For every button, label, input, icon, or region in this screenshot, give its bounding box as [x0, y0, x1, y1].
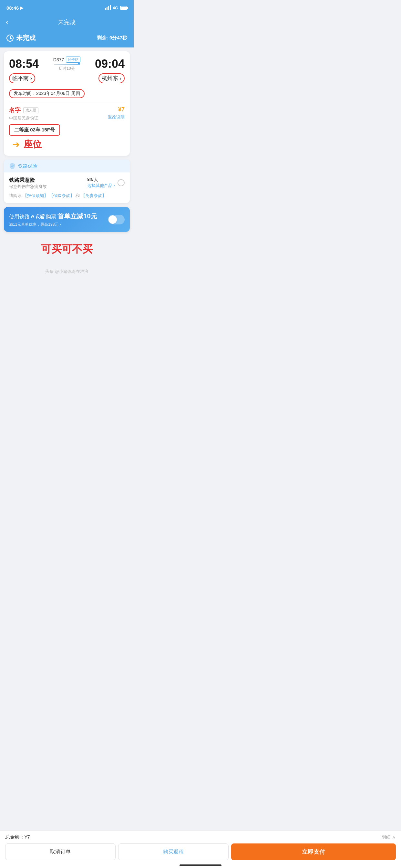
svg-rect-0	[105, 8, 106, 10]
battery-icon	[120, 6, 127, 10]
main-content: 08:54 D377 经停站 历时10分 09:04 临平南 ›	[0, 48, 134, 311]
status-header: 未完成 剩余: 9分47秒	[0, 30, 134, 48]
insurance-price-row: ¥3/人 选择其他产品 ›	[87, 177, 125, 189]
insurance-terms: 请阅读 【投保须知】 【保险条款】 和 【免责条款】	[9, 193, 125, 198]
ecard-banner: 使用铁路 e卡通 购票 首单立减10元 满11元单单优惠，最高198元 ›	[4, 207, 130, 232]
route-arrow	[54, 64, 80, 65]
shield-icon	[9, 163, 16, 169]
countdown: 剩余: 9分47秒	[97, 35, 127, 41]
passenger-price: ¥7 退改说明	[108, 106, 125, 120]
passenger-info: 名字 成人票 中国居民身份证 二等座 02车 15F号	[9, 106, 108, 135]
watermark: 头条 @小猪佩奇在冲浪	[4, 266, 130, 307]
back-button[interactable]: ‹	[6, 18, 8, 27]
insurance-product: 铁路乘意险 保意外伤害急病身故	[9, 177, 47, 190]
svg-rect-1	[106, 7, 107, 10]
order-status: 未完成	[6, 34, 35, 42]
signal-bars	[105, 5, 111, 11]
insurance-row: 铁路乘意险 保意外伤害急病身故 ¥3/人 选择其他产品 ›	[9, 177, 125, 190]
insurance-radio[interactable]	[118, 179, 125, 186]
insurance-header: 铁路保险	[4, 159, 130, 173]
status-icons: 4G	[105, 5, 127, 11]
depart-date: 发车时间：2023年04月06日 周四	[9, 87, 125, 98]
depart-station[interactable]: 临平南 ›	[9, 73, 35, 83]
svg-rect-3	[110, 5, 111, 10]
ecard-info: 使用铁路 e卡通 购票 首单立减10元 满11元单单优惠，最高198元 ›	[9, 212, 108, 227]
insurance-card: 铁路保险 铁路乘意险 保意外伤害急病身故 ¥3/人 选择其他产品 › 请阅读 【	[4, 159, 130, 203]
arrive-time: 09:04	[95, 57, 125, 71]
passenger-name-row: 名字 成人票	[9, 106, 108, 114]
nav-bar: ‹ 未完成	[0, 14, 134, 30]
insurance-body: 铁路乘意险 保意外伤害急病身故 ¥3/人 选择其他产品 › 请阅读 【投保须知】…	[4, 173, 130, 203]
location-icon: ▶	[20, 5, 23, 10]
toggle-knob	[109, 215, 117, 224]
status-bar: 08:46 ▶ 4G	[0, 0, 134, 14]
ticket-route: 08:54 D377 经停站 历时10分 09:04	[9, 57, 125, 71]
ecard-toggle[interactable]	[108, 215, 125, 224]
network-type: 4G	[113, 5, 118, 10]
seat-annotation: ➜ 座位	[9, 138, 125, 151]
svg-rect-2	[108, 6, 109, 10]
depart-time: 08:54	[9, 57, 39, 71]
clock-icon	[6, 35, 13, 42]
status-time: 08:46 ▶	[6, 5, 23, 11]
arrow-yellow-icon: ➜	[12, 139, 20, 150]
optional-annotation: 可买可不买	[4, 236, 130, 266]
route-middle: D377 经停站 历时10分	[39, 57, 95, 71]
passenger-section: 名字 成人票 中国居民身份证 二等座 02车 15F号 ¥7 退改说明	[9, 106, 125, 135]
arrive-station[interactable]: 杭州东 ›	[98, 73, 125, 83]
ticket-card: 08:54 D377 经停站 历时10分 09:04 临平南 ›	[4, 51, 130, 156]
nav-title: 未完成	[58, 19, 75, 26]
train-info: D377 经停站	[53, 57, 81, 63]
